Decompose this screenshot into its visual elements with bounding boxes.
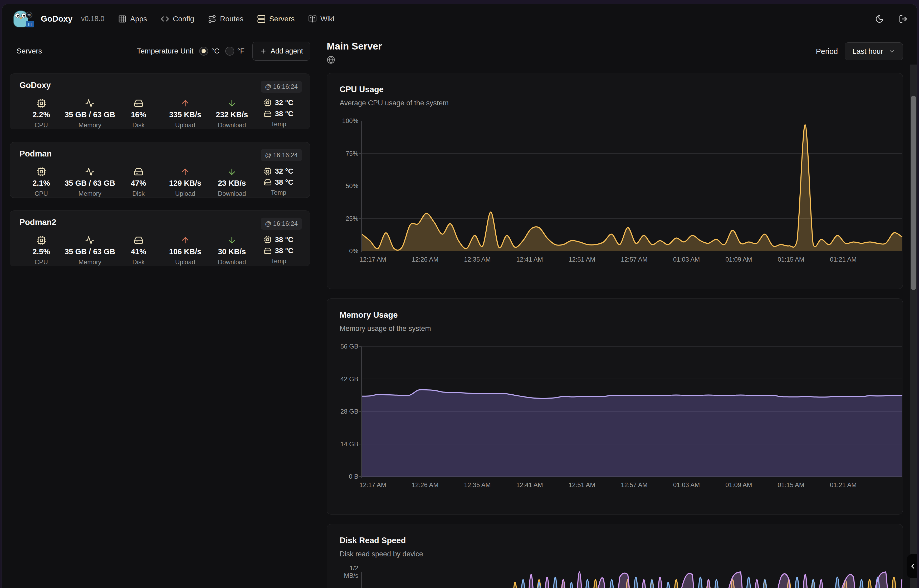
navbar: ⇆ ||| GoDoxy v0.18.0 Apps Config Routes … [2,4,917,34]
x-tick-label: 01:09 AM [718,481,760,489]
arrow-down-icon [227,99,237,108]
temperature-unit-label: Temperature Unit [137,47,194,55]
activity-icon [85,99,95,108]
x-tick-label: 12:51 AM [561,256,603,263]
activity-icon [85,236,95,245]
app-window: ⇆ ||| GoDoxy v0.18.0 Apps Config Routes … [2,4,917,588]
y-tick-label: 0 B [327,473,359,480]
stat-memory: 35 GB / 63 GBMemory [65,167,115,197]
cpu-icon [264,167,271,175]
nav-item-config[interactable]: Config [161,15,194,23]
stat-cpu: 2.1%CPU [18,167,65,197]
x-tick-label: 12:51 AM [561,481,603,489]
y-tick-mark [359,218,361,219]
chart-title: CPU Usage [340,85,903,94]
server-timestamp: @ 16:16:24 [261,218,302,230]
x-tick-label: 12:41 AM [509,481,551,489]
grid-icon [118,15,126,23]
server-name: GoDoxy [18,81,51,90]
x-tick-label: 01:15 AM [770,481,812,489]
x-tick-label: 12:17 AM [352,481,394,489]
navbar-actions [875,15,908,23]
disk-read-speed-chart[interactable]: 1/2 MB/s [362,572,901,588]
globe-icon [327,56,335,64]
stat-download: 30 KB/sDownload [209,236,255,266]
cpu-icon [37,99,46,108]
hard-drive-icon [264,178,271,186]
book-open-icon [308,15,317,23]
y-tick-label: 50% [327,182,359,190]
stat-temp: 32 °C 38 °C Temp [255,99,302,129]
x-tick-label: 12:26 AM [404,256,446,263]
arrow-up-icon [181,167,190,176]
container-badge: ||| [26,21,34,27]
stat-upload: 106 KB/sUpload [162,236,208,266]
server-card-godoxy[interactable]: GoDoxy @ 16:16:24 2.2%CPU 35 GB / 63 GBM… [10,73,310,129]
x-tick-label: 12:26 AM [404,481,446,489]
stat-memory: 35 GB / 63 GBMemory [65,236,115,266]
fahrenheit-radio[interactable]: °F [225,47,244,56]
chevron-down-icon [888,48,895,55]
stat-cpu: 2.5%CPU [18,236,65,266]
cpu-icon [37,167,46,176]
scrollbar-thumb[interactable] [911,95,916,290]
y-tick-label: 28 GB [327,408,359,415]
server-card-podman2[interactable]: Podman2 @ 16:16:24 2.5%CPU 35 GB / 63 GB… [10,210,310,267]
disk-read-speed-card: Disk Read Speed Disk read speed by devic… [327,524,903,588]
memory-usage-chart[interactable]: 56 GB42 GB28 GB14 GB0 B12:17 AM12:26 AM1… [362,346,901,477]
vertical-scrollbar[interactable] [910,65,917,588]
stat-disk: 16%Disk [115,99,162,129]
period-select[interactable]: Last hour [845,42,903,60]
stat-download: 23 KB/sDownload [209,167,255,197]
celsius-radio[interactable]: °C [199,47,219,56]
route-icon [208,15,216,23]
y-tick-mark [359,121,361,121]
cpu-icon [37,236,46,245]
chart-title: Disk Read Speed [340,536,903,545]
y-tick-label: 1/2 MB/s [327,565,359,579]
add-agent-button[interactable]: Add agent [252,42,310,61]
nav-item-wiki[interactable]: Wiki [308,15,334,23]
moon-icon[interactable] [875,15,884,23]
arrow-down-icon [227,167,237,176]
nav-item-routes[interactable]: Routes [208,15,244,23]
hard-drive-icon [264,110,271,118]
nav-item-apps[interactable]: Apps [118,15,147,23]
cpu-icon [264,99,271,107]
arrow-up-icon [181,236,190,245]
activity-icon [85,167,95,176]
proxy-arrow-badge: ⇆ [26,11,32,18]
x-tick-label: 01:15 AM [770,256,812,263]
page-title: Main Server [327,41,382,52]
hard-drive-icon [264,247,271,255]
y-tick-label: 100% [327,117,359,124]
arrow-down-icon [227,236,237,245]
brand-name: GoDoxy [41,14,73,24]
y-tick-mark [359,411,361,412]
stat-disk: 47%Disk [115,167,162,197]
main-panel: Main Server Period Last hour CPU Usage A… [317,34,917,588]
brand-version: v0.18.0 [81,15,105,23]
sidebar-title: Servers [10,47,42,55]
x-tick-label: 01:09 AM [718,256,760,263]
y-tick-label: 56 GB [327,343,359,350]
nav-item-servers[interactable]: Servers [257,15,295,23]
y-tick-mark [359,186,361,186]
stat-temp: 32 °C 38 °C Temp [255,167,302,197]
panel-collapse-tab[interactable] [907,554,917,578]
x-tick-label: 01:21 AM [822,481,864,489]
server-icon [257,15,266,23]
cpu-usage-chart[interactable]: 100%75%50%25%0%12:17 AM12:26 AM12:35 AM1… [362,121,901,251]
y-axis-line [361,572,362,588]
x-tick-label: 01:03 AM [665,256,707,263]
x-tick-label: 12:17 AM [352,256,394,263]
y-tick-mark [359,251,361,251]
y-tick-mark [359,346,361,347]
stat-cpu: 2.2%CPU [18,99,65,129]
server-card-podman[interactable]: Podman @ 16:16:24 2.1%CPU 35 GB / 63 GBM… [10,142,310,198]
y-axis-line [361,121,362,252]
x-tick-label: 12:35 AM [456,481,499,489]
logout-icon[interactable] [899,15,908,23]
stat-download: 232 KB/sDownload [209,99,255,129]
plus-icon [260,47,267,55]
